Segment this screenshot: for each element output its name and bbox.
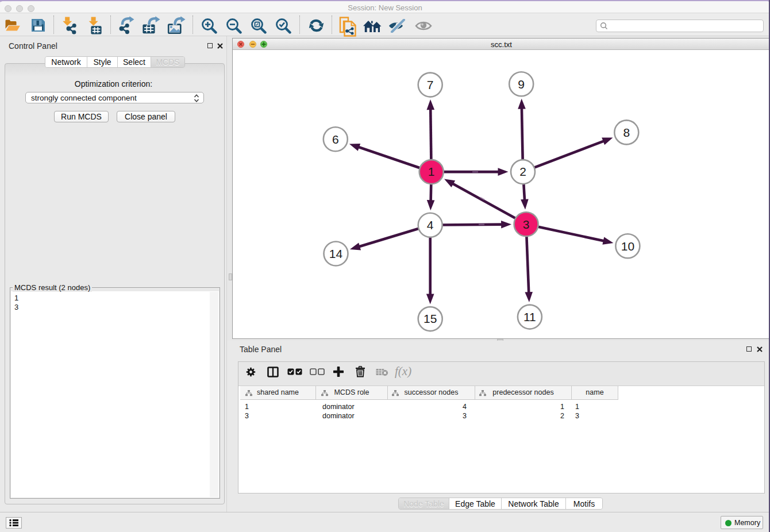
svg-text:14: 14 [329,247,343,260]
svg-text:8: 8 [623,126,630,139]
svg-text:15: 15 [424,312,437,325]
svg-text:4: 4 [427,218,434,232]
svg-text:10: 10 [621,240,634,253]
svg-text:11: 11 [523,310,536,323]
svg-text:9: 9 [518,78,525,91]
svg-text:2: 2 [519,165,526,178]
svg-text:3: 3 [523,218,530,231]
svg-text:7: 7 [427,78,434,91]
svg-text:6: 6 [332,133,339,146]
svg-text:1: 1 [428,165,435,178]
